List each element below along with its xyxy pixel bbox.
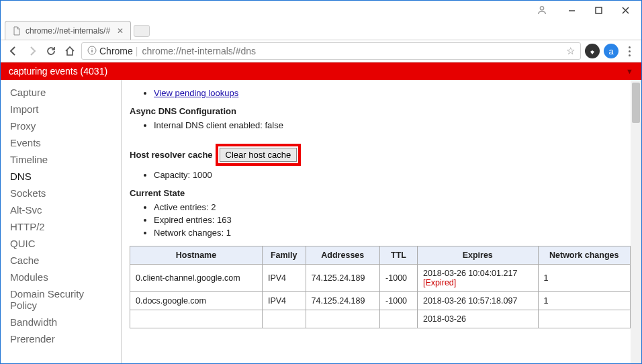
browser-tab[interactable]: chrome://net-internals/# ✕ bbox=[5, 21, 131, 40]
sidebar-item-import[interactable]: Import bbox=[1, 101, 121, 118]
sidebar-item-quic[interactable]: QUIC bbox=[1, 235, 121, 252]
host-cache-table: HostnameFamilyAddressesTTLExpiresNetwork… bbox=[130, 246, 631, 328]
sidebar-item-bandwidth[interactable]: Bandwidth bbox=[1, 314, 121, 330]
sidebar-item-http-2[interactable]: HTTP/2 bbox=[1, 218, 121, 235]
tab-strip: chrome://net-internals/# ✕ bbox=[1, 19, 641, 40]
column-header: Expires bbox=[417, 246, 538, 265]
sidebar-item-proxy[interactable]: Proxy bbox=[1, 118, 121, 134]
table-cell: 2018-03-26 10:04:01.217[Expired] bbox=[417, 265, 538, 292]
table-cell: 0.docs.google.com bbox=[130, 292, 263, 310]
profile-icon[interactable] bbox=[534, 2, 550, 18]
expired-tag: [Expired] bbox=[423, 278, 456, 287]
column-header: Hostname bbox=[130, 246, 263, 265]
sidebar-item-cache[interactable]: Cache bbox=[1, 252, 121, 269]
svg-point-0 bbox=[540, 7, 543, 10]
table-cell: -1000 bbox=[380, 292, 418, 310]
sidebar-item-capture[interactable]: Capture bbox=[1, 84, 121, 101]
column-header: Family bbox=[262, 246, 306, 265]
forward-button bbox=[25, 44, 40, 58]
content-area: CaptureImportProxyEventsTimelineDNSSocke… bbox=[1, 80, 641, 364]
host-resolver-label: Host resolver cache bbox=[130, 150, 213, 160]
table-row: 0.docs.google.comIPV474.125.24.189-10002… bbox=[130, 292, 631, 310]
capture-status-text: capturing events (4031) bbox=[9, 66, 107, 77]
sidebar: CaptureImportProxyEventsTimelineDNSSocke… bbox=[1, 80, 122, 364]
table-cell bbox=[306, 310, 380, 328]
url-text: chrome://net-internals/#dns bbox=[142, 46, 566, 56]
url-separator: | bbox=[136, 46, 138, 56]
address-bar[interactable]: Chrome | chrome://net-internals/#dns ☆ bbox=[81, 42, 581, 60]
sidebar-item-alt-svc[interactable]: Alt-Svc bbox=[1, 201, 121, 218]
svg-rect-2 bbox=[596, 7, 602, 13]
column-header: TTL bbox=[380, 246, 418, 265]
state-item: Network changes: 1 bbox=[154, 226, 631, 239]
maximize-button[interactable] bbox=[585, 1, 612, 19]
table-cell: IPV4 bbox=[262, 265, 306, 292]
capacity-text: Capacity: 1000 bbox=[154, 169, 631, 181]
sidebar-item-modules[interactable]: Modules bbox=[1, 269, 121, 285]
clear-host-cache-button[interactable]: Clear host cache bbox=[220, 148, 297, 162]
scrollbar-thumb[interactable] bbox=[632, 83, 640, 123]
table-cell bbox=[130, 310, 263, 328]
table-cell: -1000 bbox=[380, 265, 418, 292]
new-tab-button[interactable] bbox=[134, 25, 150, 37]
highlight-box: Clear host cache bbox=[216, 144, 302, 166]
table-cell bbox=[538, 310, 631, 328]
site-info-icon[interactable] bbox=[87, 46, 97, 57]
sidebar-item-domain-security-policy[interactable]: Domain Security Policy bbox=[1, 285, 121, 314]
home-button[interactable] bbox=[62, 44, 77, 58]
minimize-button[interactable] bbox=[558, 1, 585, 19]
reload-button[interactable] bbox=[44, 44, 58, 58]
async-dns-status: Internal DNS client enabled: false bbox=[154, 119, 631, 132]
table-cell: 1 bbox=[538, 265, 631, 292]
current-state-heading: Current State bbox=[130, 188, 631, 198]
close-button[interactable] bbox=[612, 1, 639, 19]
window-titlebar bbox=[1, 1, 641, 19]
table-row: 2018-03-26 bbox=[130, 310, 631, 328]
extension-icon-1[interactable] bbox=[585, 44, 600, 58]
table-row: 0.client-channel.google.comIPV474.125.24… bbox=[130, 265, 631, 292]
browser-toolbar: Chrome | chrome://net-internals/#dns ☆ a bbox=[1, 40, 641, 62]
scrollbar-track[interactable] bbox=[631, 80, 641, 364]
table-cell: 1 bbox=[538, 292, 631, 310]
document-icon bbox=[12, 26, 21, 36]
tab-close-icon[interactable]: ✕ bbox=[117, 26, 124, 36]
column-header: Network changes bbox=[538, 246, 631, 265]
sidebar-item-prerender[interactable]: Prerender bbox=[1, 330, 121, 347]
view-pending-lookups-link[interactable]: View pending lookups bbox=[154, 88, 238, 98]
sidebar-item-dns[interactable]: DNS bbox=[1, 168, 121, 185]
url-scheme: Chrome bbox=[99, 46, 133, 56]
browser-menu-button[interactable] bbox=[623, 46, 636, 56]
sidebar-item-events[interactable]: Events bbox=[1, 134, 121, 151]
table-cell bbox=[380, 310, 418, 328]
capture-status-bar[interactable]: capturing events (4031) ▼ bbox=[1, 62, 641, 80]
state-item: Expired entries: 163 bbox=[154, 214, 631, 226]
state-item: Active entries: 2 bbox=[154, 201, 631, 214]
table-cell: 74.125.24.189 bbox=[306, 292, 380, 310]
back-button[interactable] bbox=[6, 44, 21, 58]
column-header: Addresses bbox=[306, 246, 380, 265]
async-dns-heading: Async DNS Configuration bbox=[130, 106, 631, 116]
table-cell: 2018-03-26 bbox=[417, 310, 538, 328]
extension-icon-2[interactable]: a bbox=[604, 44, 618, 58]
table-cell bbox=[262, 310, 306, 328]
table-cell: 0.client-channel.google.com bbox=[130, 265, 263, 292]
sidebar-item-timeline[interactable]: Timeline bbox=[1, 151, 121, 168]
sidebar-item-sockets[interactable]: Sockets bbox=[1, 185, 121, 201]
main-panel: View pending lookups Async DNS Configura… bbox=[122, 80, 641, 364]
table-cell: 2018-03-26 10:57:18.097 bbox=[417, 292, 538, 310]
bookmark-star-icon[interactable]: ☆ bbox=[566, 45, 575, 57]
dropdown-triangle-icon[interactable]: ▼ bbox=[626, 67, 633, 75]
tab-title: chrome://net-internals/# bbox=[26, 26, 110, 36]
table-cell: 74.125.24.189 bbox=[306, 265, 380, 292]
table-cell: IPV4 bbox=[262, 292, 306, 310]
